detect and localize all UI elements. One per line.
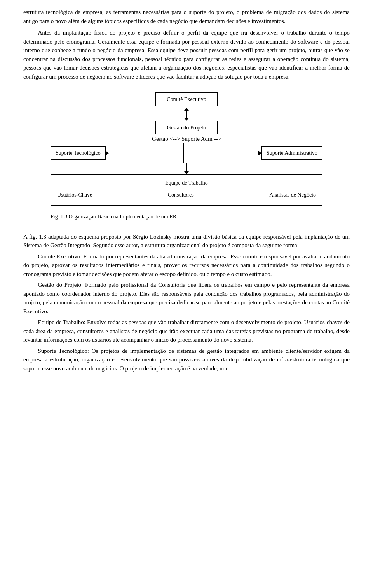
comite-executivo-box: Comitê Executivo [155, 92, 218, 106]
vline-center [183, 143, 184, 163]
gestao-projeto-box: Gestão do Projeto [155, 121, 218, 134]
arrow-down-1 [184, 118, 189, 121]
hline-left [109, 153, 183, 153]
usuarios-label: Usuários-Chave [57, 191, 92, 199]
hline-right [184, 153, 258, 153]
horizontal-connectors: Suporte Tecnológico Suporte Administrati… [51, 143, 322, 163]
analistas-label: Analistas de Negócio [269, 191, 316, 199]
suporte-adm-box: Suporte Administrativo [261, 146, 322, 160]
vline-1 [186, 111, 187, 118]
body-para-4: Equipe de Trabalho: Envolve todas as pes… [23, 318, 350, 344]
arrow-down-2 [184, 171, 189, 174]
consultores-label: Consultores [168, 191, 194, 199]
body-para-1: A fig. 1.3 adaptada do esquema proposto … [23, 232, 350, 250]
paragraph-1: estrutura tecnológica da empresa, as fer… [23, 8, 350, 25]
suporte-tec-box: Suporte Tecnológico [51, 146, 106, 160]
connector-comite-gestao [184, 106, 189, 121]
connector-gestao-equipe [184, 163, 189, 174]
arrow-right-right [258, 151, 261, 155]
bottom-box: Equipe de Trabalho Usuários-Chave Consul… [51, 174, 322, 206]
paragraph-2: Antes da implantação física do projeto é… [23, 28, 350, 81]
arrow-up-1 [184, 108, 189, 111]
org-chart-diagram: Comitê Executivo Gestão do Projeto Gesta… [51, 92, 322, 221]
bottom-labels-row: Usuários-Chave Consultores Analistas de … [57, 191, 316, 199]
body-para-2: Comitê Executivo: Formado por representa… [23, 252, 350, 279]
vline-2 [186, 163, 187, 171]
arrow-right-left [106, 151, 109, 155]
fig-caption: Fig. 1.3 Organização Básica na Implement… [51, 213, 322, 221]
equipe-trabalho-label: Equipe de Trabalho [57, 179, 316, 187]
body-para-5: Suporte Tecnológico: Os projetos de impl… [23, 347, 350, 373]
body-para-3: Gestão do Projeto: Formado pelo profissi… [23, 281, 350, 316]
